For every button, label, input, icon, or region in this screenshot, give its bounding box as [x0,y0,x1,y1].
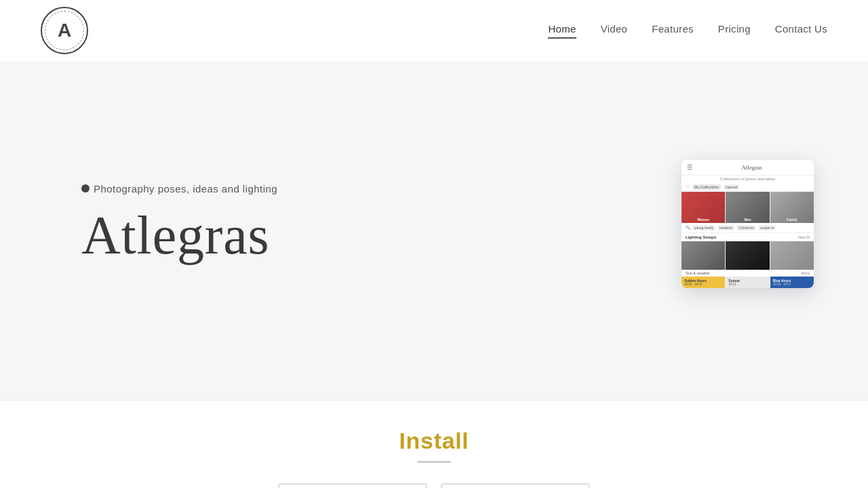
app-category-women[interactable]: Women [682,192,725,223]
app-time-badges: Golden Hours 18:40 - 19:39 Sunset 19:21 … [682,277,814,288]
app-lighting-photo-2 [726,241,769,270]
logo[interactable]: A [41,7,88,54]
app-category-grid: Women Men Family [682,192,814,223]
app-tab-collections[interactable]: My Collections [692,184,721,190]
app-store-button[interactable]: App Store  [278,483,427,488]
hero-left: Photography poses, ideas and lighting At… [81,183,277,265]
hero-title: Atlegras [81,205,277,265]
app-category-men-label: Men [726,218,769,222]
app-menu-icon: ☰ [687,164,692,171]
app-sunset-value: 19:21 [728,283,766,286]
install-divider [417,461,451,463]
hero-section: Photography poses, ideas and lighting At… [0,61,868,400]
app-lighting-photo-3 [770,241,814,270]
app-category-family-label: Family [770,218,814,222]
logo-letter: A [58,20,71,41]
app-blue-value: 19:39 - 19:51 [773,283,811,286]
app-lighting-photo-1 [682,241,725,270]
app-golden-value: 18:40 - 19:39 [684,283,722,286]
app-tag-3[interactable]: couple or [758,225,776,230]
app-category-family[interactable]: Family [770,192,814,223]
header: A Home Video Features Pricing Contact Us [0,0,868,61]
install-title: Install [41,428,827,454]
app-lighting-grid [682,241,814,270]
bullet-dot [81,184,90,192]
app-tag-1[interactable]: newborn [717,225,734,230]
app-lighting-title: Lighting Setups [686,235,716,239]
app-lighting-header: Lighting Setups View All [682,233,814,241]
app-category-men[interactable]: Men [726,192,769,223]
nav-video[interactable]: Video [601,23,628,39]
app-subtitle: Collections of poses and ideas [682,176,814,183]
app-lighting-viewall[interactable]: View All [798,235,810,239]
hero-bullet-text: Photography poses, ideas and lighting [94,183,277,195]
android-store-button[interactable]: App Store 🤖 [441,483,590,488]
install-section: Install App Store  App Store 🤖 [0,400,868,488]
install-buttons: App Store  App Store 🤖 [41,483,827,488]
nav-pricing[interactable]: Pricing [718,23,751,39]
app-category-women-label: Women [682,218,725,222]
app-time-golden: Golden Hours 18:40 - 19:39 [682,277,725,288]
main-nav: Home Video Features Pricing Contact Us [548,23,827,39]
hero-bullet: Photography poses, ideas and lighting [81,183,277,195]
app-screenshot: ☰ Atlegras Collections of poses and idea… [682,160,814,288]
nav-features[interactable]: Features [652,23,694,39]
app-search-icon: 🔍 [686,225,690,230]
heart-icon: ♡ [686,184,690,190]
app-header-title: Atlegras [695,164,808,171]
nav-contact[interactable]: Contact Us [775,23,827,39]
app-tag-2[interactable]: Christmas [736,225,756,230]
app-search-bar: 🔍 young family newborn Christmas couple … [682,223,814,233]
app-tag-0[interactable]: young family [692,225,715,230]
app-time-blue: Blue Hours 19:39 - 19:51 [770,277,814,288]
app-time-sunset: Sunset 19:21 [726,277,769,288]
app-tabs: ♡ My Collections Upload [682,183,814,192]
app-tab-upload[interactable]: Upload [724,184,739,190]
app-weather-header: Sun & weather More [682,270,814,277]
app-weather-more[interactable]: More [801,271,810,275]
nav-home[interactable]: Home [548,23,576,39]
logo-circle: A [41,7,88,54]
app-weather-title: Sun & weather [686,271,710,275]
app-header: ☰ Atlegras [682,160,814,176]
